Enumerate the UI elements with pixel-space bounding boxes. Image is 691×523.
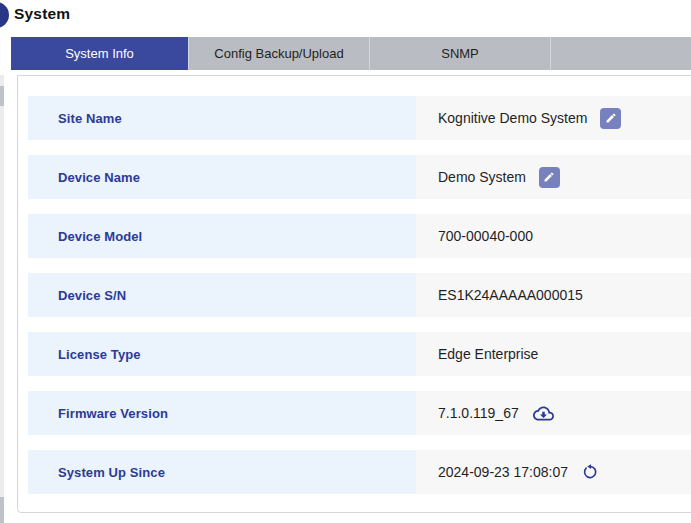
row-value-cell: 700-00040-000 bbox=[416, 214, 691, 258]
refresh-uptime-button[interactable] bbox=[581, 463, 599, 481]
tab-config-backup-upload[interactable]: Config Backup/Upload bbox=[188, 37, 369, 70]
tab-label: System Info bbox=[65, 46, 134, 61]
row-value: Demo System bbox=[438, 169, 526, 185]
tab-empty bbox=[550, 37, 691, 70]
row-value-cell: 2024-09-23 17:08:07 bbox=[416, 450, 691, 494]
row-value-cell: Demo System bbox=[416, 155, 691, 199]
table-row: Site Name Kognitive Demo System bbox=[28, 96, 691, 140]
left-edge-strip-segment bbox=[0, 86, 4, 106]
table-row: Device Model 700-00040-000 bbox=[28, 214, 691, 258]
row-value: 2024-09-23 17:08:07 bbox=[438, 464, 568, 480]
row-action bbox=[600, 108, 621, 129]
row-label: Device S/N bbox=[28, 273, 416, 317]
pencil-icon bbox=[605, 112, 617, 124]
app-badge-icon bbox=[0, 2, 9, 28]
edit-button[interactable] bbox=[539, 167, 560, 188]
row-value-cell: 7.1.0.119_67 bbox=[416, 391, 691, 435]
row-label: Device Name bbox=[28, 155, 416, 199]
row-value-cell: Kognitive Demo System bbox=[416, 96, 691, 140]
row-value: ES1K24AAAAA000015 bbox=[438, 287, 583, 303]
tab-system-info[interactable]: System Info bbox=[11, 37, 188, 70]
page-header: System bbox=[0, 0, 691, 34]
page-title: System bbox=[14, 5, 70, 23]
tab-label: SNMP bbox=[441, 46, 479, 61]
row-action bbox=[581, 463, 599, 481]
table-row: Firmware Version 7.1.0.119_67 bbox=[28, 391, 691, 435]
cloud-download-icon bbox=[532, 403, 555, 424]
left-edge-strip-segment bbox=[0, 497, 4, 523]
tab-snmp[interactable]: SNMP bbox=[369, 37, 550, 70]
row-value: Kognitive Demo System bbox=[438, 110, 587, 126]
rotate-left-icon bbox=[581, 463, 599, 481]
table-row: Device Name Demo System bbox=[28, 155, 691, 199]
pencil-icon bbox=[543, 171, 555, 183]
row-label: License Type bbox=[28, 332, 416, 376]
table-row: System Up Since 2024-09-23 17:08:07 bbox=[28, 450, 691, 494]
table-row: Device S/N ES1K24AAAAA000015 bbox=[28, 273, 691, 317]
row-label: Site Name bbox=[28, 96, 416, 140]
row-value: 700-00040-000 bbox=[438, 228, 533, 244]
table-row: License Type Edge Enterprise bbox=[28, 332, 691, 376]
left-edge-strip bbox=[0, 75, 4, 523]
row-value-cell: Edge Enterprise bbox=[416, 332, 691, 376]
system-info-panel: Site Name Kognitive Demo System Device N… bbox=[17, 75, 691, 513]
row-value-cell: ES1K24AAAAA000015 bbox=[416, 273, 691, 317]
tab-label: Config Backup/Upload bbox=[214, 46, 343, 61]
edit-button[interactable] bbox=[600, 108, 621, 129]
row-label: Device Model bbox=[28, 214, 416, 258]
row-value: Edge Enterprise bbox=[438, 346, 538, 362]
row-label: Firmware Version bbox=[28, 391, 416, 435]
row-action bbox=[532, 403, 555, 424]
tab-bar: System InfoConfig Backup/UploadSNMP bbox=[11, 37, 691, 70]
row-label: System Up Since bbox=[28, 450, 416, 494]
row-value: 7.1.0.119_67 bbox=[438, 405, 519, 421]
row-action bbox=[539, 167, 560, 188]
download-firmware-button[interactable] bbox=[532, 403, 555, 424]
